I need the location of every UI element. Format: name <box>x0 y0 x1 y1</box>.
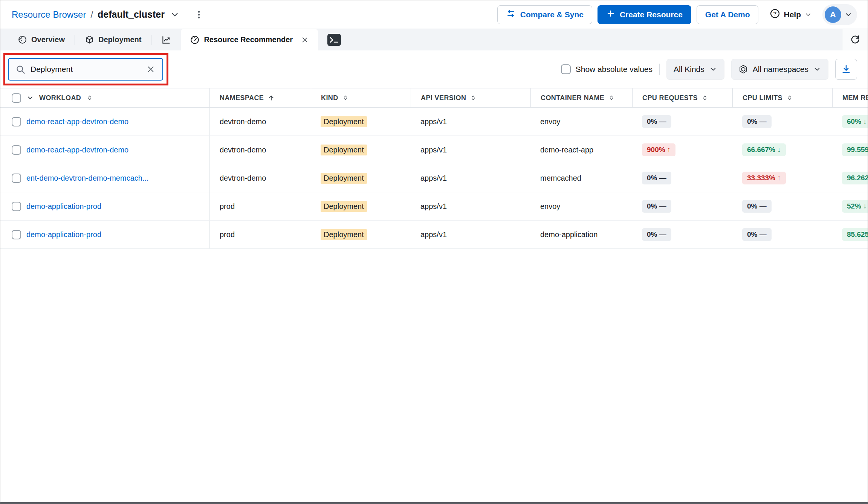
workload-link[interactable]: demo-application-prod <box>26 230 101 239</box>
breadcrumb-resource-browser-link[interactable]: Resource Browser <box>12 9 86 20</box>
tab-resource-recommender[interactable]: Resource Recommender <box>181 29 318 50</box>
help-chevron-down-icon <box>804 11 812 18</box>
resource-tab-bar: Overview Deployment Resource Recommender <box>0 29 868 50</box>
cpu-requests-badge: 0% — <box>642 228 671 241</box>
namespace-value: devtron-demo <box>220 117 266 126</box>
clear-search-icon[interactable] <box>146 64 156 74</box>
cluster-kebab-menu-icon[interactable] <box>194 10 204 20</box>
cpu-limits-badge: 66.667% ↓ <box>742 143 786 156</box>
api-version-value: apps/v1 <box>420 117 447 126</box>
row-checkbox[interactable] <box>12 202 21 211</box>
workload-link[interactable]: ent-demo-devtron-demo-memcach... <box>26 174 149 183</box>
cpu-requests-badge: 900% ↑ <box>642 143 675 156</box>
column-label: API VERSION <box>421 94 466 102</box>
help-menu[interactable]: ? Help <box>770 8 812 21</box>
download-csv-button[interactable] <box>835 59 857 80</box>
user-menu-chevron-down-icon <box>844 11 853 19</box>
cpu-limits-badge: 0% — <box>742 200 772 213</box>
column-label: WORKLOAD <box>39 94 81 102</box>
avatar: A <box>825 6 841 23</box>
select-menu-chevron-down-icon[interactable] <box>26 94 34 102</box>
kind-value-highlighted: Deployment <box>321 173 367 184</box>
right-controls: Show absolute values All Kinds All names… <box>561 59 857 80</box>
header-cell-mem-requests[interactable]: MEM REQUESTS <box>832 88 868 107</box>
header-cell-kind[interactable]: KIND <box>311 88 411 107</box>
tab-deployment-label: Deployment <box>98 35 141 44</box>
search-input[interactable] <box>31 65 141 74</box>
tab-deployment[interactable]: Deployment <box>75 29 151 50</box>
cpu-requests-badge: 0% — <box>642 200 671 213</box>
header-cell-cpu-requests[interactable]: CPU REQUESTS <box>632 88 732 107</box>
table-row: demo-application-prod prod Deployment ap… <box>0 192 868 221</box>
show-absolute-values-label: Show absolute values <box>576 65 653 74</box>
header-cell-workload[interactable]: WORKLOAD <box>0 88 210 107</box>
mem-requests-badge: 85.625% <box>842 228 868 241</box>
api-version-value: apps/v1 <box>420 174 447 183</box>
sort-icon <box>470 94 477 101</box>
table-row: demo-react-app-devtron-demo devtron-demo… <box>0 136 868 164</box>
kind-value-highlighted: Deployment <box>321 229 367 240</box>
download-icon <box>841 64 851 75</box>
workload-link[interactable]: demo-react-app-devtron-demo <box>26 117 128 126</box>
namespace-value: devtron-demo <box>220 174 266 183</box>
namespace-value: prod <box>220 230 235 239</box>
workload-link[interactable]: demo-react-app-devtron-demo <box>26 146 128 154</box>
column-label: CPU LIMITS <box>743 94 782 102</box>
container-name-value: envoy <box>540 117 560 126</box>
compare-sync-button[interactable]: Compare & Sync <box>497 5 592 24</box>
workload-link[interactable]: demo-application-prod <box>26 202 101 211</box>
line-chart-icon <box>161 35 171 45</box>
sorted-asc-icon <box>267 94 275 102</box>
help-icon: ? <box>770 8 780 21</box>
namespace-filter-dropdown[interactable]: All namespaces <box>731 59 828 80</box>
header-cell-cpu-limits[interactable]: CPU LIMITS <box>732 88 832 107</box>
sort-icon <box>86 94 93 101</box>
header-cell-namespace[interactable]: NAMESPACE <box>210 88 311 107</box>
cluster-switch-chevron-down-icon[interactable] <box>170 10 180 20</box>
sort-icon <box>701 94 708 101</box>
terminal-icon <box>327 33 341 46</box>
column-label: NAMESPACE <box>220 94 264 102</box>
svg-text:?: ? <box>773 11 777 17</box>
column-label: CPU REQUESTS <box>642 94 698 102</box>
recommendations-table: WORKLOAD NAMESPACE KIND API VERSION CONT… <box>0 88 868 249</box>
show-absolute-values-checkbox[interactable] <box>561 64 571 74</box>
show-absolute-values-toggle[interactable]: Show absolute values <box>561 64 653 74</box>
controls-divider <box>659 64 660 75</box>
select-all-checkbox[interactable] <box>12 93 21 103</box>
namespace-value: devtron-demo <box>220 146 266 154</box>
namespace-filter-value: All namespaces <box>753 65 808 74</box>
create-resource-button[interactable]: Create Resource <box>598 5 691 24</box>
sort-icon <box>608 94 615 101</box>
refresh-icon <box>850 34 861 46</box>
header-cell-container-name[interactable]: CONTAINER NAME <box>530 88 632 107</box>
tab-terminal[interactable] <box>318 29 350 50</box>
overview-icon <box>18 35 27 44</box>
container-name-value: demo-react-app <box>540 146 593 154</box>
tab-monitoring[interactable] <box>151 29 181 50</box>
breadcrumb-separator: / <box>90 9 93 20</box>
cpu-limits-badge: 0% — <box>742 228 772 241</box>
plus-icon <box>606 9 615 20</box>
container-name-value: demo-application <box>540 230 598 239</box>
namespace-hexagon-icon <box>738 64 748 74</box>
row-checkbox[interactable] <box>12 174 21 183</box>
refresh-tabs-button[interactable] <box>842 29 868 50</box>
filters-toolbar: Show absolute values All Kinds All names… <box>0 50 868 88</box>
row-checkbox[interactable] <box>12 230 21 239</box>
header-cell-api-version[interactable]: API VERSION <box>411 88 530 107</box>
table-row: demo-application-prod prod Deployment ap… <box>0 221 868 249</box>
get-a-demo-button[interactable]: Get A Demo <box>697 5 759 24</box>
mem-requests-badge: 99.559% <box>842 143 868 156</box>
api-version-value: apps/v1 <box>420 230 447 239</box>
gauge-icon <box>190 35 200 45</box>
tab-close-icon[interactable] <box>301 36 309 44</box>
sort-icon <box>786 94 793 101</box>
row-checkbox[interactable] <box>12 145 21 155</box>
kind-value-highlighted: Deployment <box>321 201 367 212</box>
breadcrumb-cluster-name: default_cluster <box>98 9 165 20</box>
user-menu[interactable]: A <box>822 4 857 25</box>
row-checkbox[interactable] <box>12 117 21 126</box>
kind-filter-dropdown[interactable]: All Kinds <box>666 59 724 80</box>
tab-overview[interactable]: Overview <box>8 29 75 50</box>
